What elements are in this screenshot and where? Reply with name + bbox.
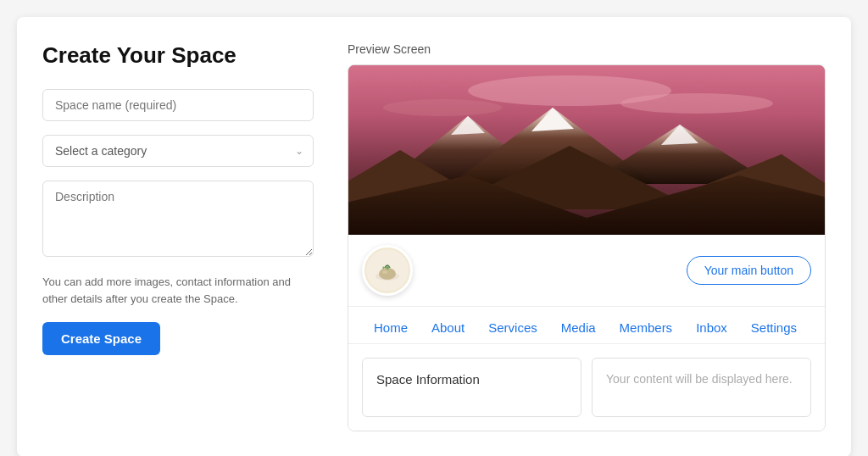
nav-tabs: Home About Services Media Members Inbox …: [348, 307, 825, 344]
hero-image: [348, 65, 825, 235]
avatar-row: Your main button: [348, 235, 825, 307]
svg-point-2: [620, 93, 773, 114]
preview-card: Your main button Home About Services Med…: [348, 64, 826, 431]
tab-about[interactable]: About: [420, 315, 476, 343]
avatar: [362, 245, 413, 296]
right-panel: Preview Screen: [348, 42, 826, 431]
description-input[interactable]: [42, 181, 314, 257]
svg-point-3: [383, 99, 502, 116]
category-select-wrapper: Select a category Technology Art Sports …: [42, 135, 314, 167]
tab-services[interactable]: Services: [476, 315, 549, 343]
left-panel: Create Your Space Select a category Tech…: [42, 42, 314, 431]
category-select[interactable]: Select a category Technology Art Sports …: [42, 135, 314, 167]
svg-point-17: [386, 266, 389, 270]
tab-members[interactable]: Members: [608, 315, 685, 343]
helper-text: You can add more images, contact informa…: [42, 274, 314, 307]
space-name-input[interactable]: [42, 89, 314, 121]
space-info-box: Space Information: [362, 358, 581, 417]
svg-point-18: [382, 270, 387, 274]
tab-media[interactable]: Media: [549, 315, 608, 343]
space-info-title: Space Information: [376, 372, 567, 386]
main-container: Create Your Space Select a category Tech…: [17, 17, 851, 456]
tab-settings[interactable]: Settings: [739, 315, 809, 343]
main-button[interactable]: Your main button: [687, 256, 811, 285]
content-placeholder-text: Your content will be displayed here.: [606, 372, 797, 386]
content-placeholder-box: Your content will be displayed here.: [592, 358, 811, 417]
svg-point-16: [379, 268, 396, 280]
tab-home[interactable]: Home: [362, 315, 420, 343]
page-title: Create Your Space: [42, 42, 314, 69]
bottom-sections: Space Information Your content will be d…: [348, 344, 825, 431]
tab-inbox[interactable]: Inbox: [684, 315, 739, 343]
preview-label: Preview Screen: [348, 42, 826, 56]
category-group: Select a category Technology Art Sports …: [42, 135, 314, 167]
description-group: [42, 181, 314, 260]
create-space-button[interactable]: Create Space: [42, 322, 160, 355]
space-name-group: [42, 89, 314, 121]
